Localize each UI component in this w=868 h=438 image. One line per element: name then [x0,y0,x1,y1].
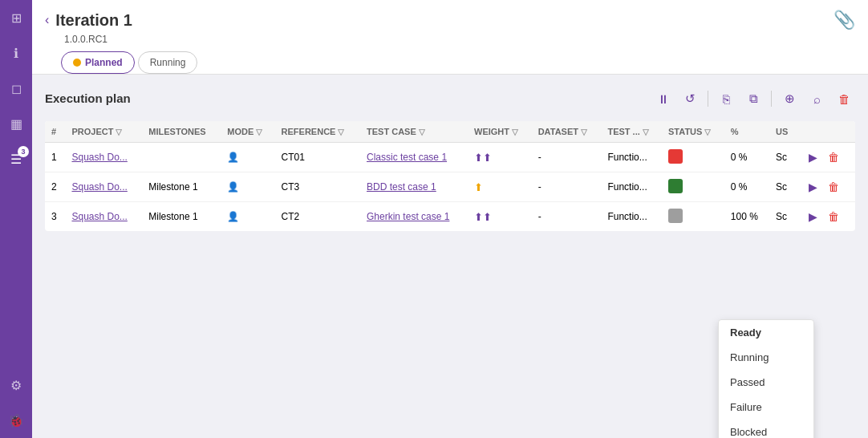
status-option[interactable]: Ready [719,320,813,345]
back-button[interactable]: ‹ [45,13,49,27]
pause-button[interactable]: ⏸ [651,87,674,110]
play-button[interactable]: ▶ [804,208,821,225]
col-us: US [769,121,797,143]
play-button[interactable]: ▶ [804,178,821,196]
grid-icon[interactable]: ⊞ [6,8,26,27]
history-button[interactable]: ↺ [679,87,701,110]
row-percent: 0 % [724,172,769,202]
row-dataset: - [532,143,602,172]
row-actions: ▶ 🗑 [797,202,855,232]
col-reference: REFERENCE ▽ [275,121,360,143]
header: ‹ Iteration 1 📎 1.0.0.RC1 Planned Runnin… [32,0,868,75]
row-status [662,202,724,232]
row-testcase: BDD test case 1 [360,172,468,202]
row-weight: ⬆⬆ [468,202,532,232]
tab-running[interactable]: Running [138,51,198,74]
bug-icon[interactable]: 🐞 [6,411,26,430]
row-reference: CT01 [275,143,360,172]
row-weight: ⬆ [468,172,532,202]
status-badge[interactable] [668,149,683,164]
table-row: 1 Squash Do... 👤 CT01 Classic test case … [45,143,855,172]
page-title: Iteration 1 [55,11,827,30]
testcase-link[interactable]: Gherkin test case 1 [367,211,449,222]
user-cog-icon[interactable]: ⚙ [6,375,26,395]
attach-icon[interactable]: 📎 [834,10,855,30]
add-button[interactable]: ⊕ [778,87,801,110]
chart-icon[interactable]: ▦ [6,114,26,133]
status-option[interactable]: Running [719,345,813,370]
row-status [662,143,724,172]
separator2 [771,91,772,107]
duplicate-button[interactable]: ⧉ [742,87,765,110]
row-milestone [142,143,221,172]
main-area: ‹ Iteration 1 📎 1.0.0.RC1 Planned Runnin… [32,0,868,438]
list-icon[interactable]: ☰ [6,149,26,168]
row-mode: 👤 [221,172,274,202]
row-milestone: Milestone 1 [142,172,221,202]
project-link[interactable]: Squash Do... [71,181,127,193]
col-weight: WEIGHT ▽ [468,121,532,143]
search-button[interactable]: ⌕ [805,87,828,110]
calendar-icon[interactable]: ◻ [6,79,26,98]
row-test-type: Functio... [601,172,662,202]
row-status [662,172,724,202]
col-dataset: DATASET ▽ [532,121,602,143]
col-milestones: MILESTONES [142,121,221,143]
delete-button[interactable]: 🗑 [833,87,855,110]
weight-icon: ⬆ [474,181,483,193]
toolbar: ⏸ ↺ ⎘ ⧉ ⊕ ⌕ 🗑 [651,87,855,110]
row-dataset: - [532,172,602,202]
tabs-row: Planned Running [45,51,855,74]
testcase-link[interactable]: Classic test case 1 [367,152,447,163]
content-area: Execution plan ⏸ ↺ ⎘ ⧉ ⊕ ⌕ 🗑 # PROJECT ▽… [32,75,868,438]
col-testcase: TEST CASE ▽ [360,121,468,143]
row-num: 3 [45,202,65,232]
row-reference: CT3 [275,172,360,202]
col-percent: % [724,121,769,143]
project-link[interactable]: Squash Do... [71,211,127,222]
row-percent: 100 % [724,202,769,232]
status-badge[interactable] [668,209,683,223]
copy-button[interactable]: ⎘ [715,87,737,110]
row-num: 2 [45,172,65,202]
row-delete-button[interactable]: 🗑 [825,178,842,196]
row-project: Squash Do... [65,143,142,172]
row-num: 1 [45,143,65,172]
col-actions [797,121,855,143]
col-mode: MODE ▽ [221,121,274,143]
row-mode: 👤 [221,202,274,232]
status-option[interactable]: Failure [719,395,813,420]
row-weight: ⬆⬆ [468,143,532,172]
row-delete-button[interactable]: 🗑 [825,148,842,166]
row-us: Sc [769,202,797,232]
row-dataset: - [532,202,602,232]
status-badge[interactable] [668,179,683,193]
sidebar: ⊞ ℹ ◻ ▦ ☰ ⚙ 🐞 [0,0,32,438]
row-testcase: Gherkin test case 1 [360,202,468,232]
row-actions: ▶ 🗑 [797,143,855,172]
status-option[interactable]: Blocked [719,420,813,438]
col-project: PROJECT ▽ [65,121,142,143]
info-icon[interactable]: ℹ [6,43,26,63]
row-us: Sc [769,172,797,202]
section-title: Execution plan [45,91,131,105]
tab-planned[interactable]: Planned [61,51,135,74]
execution-plan-table: # PROJECT ▽ MILESTONES MODE ▽ REFERENCE … [45,121,855,231]
status-option[interactable]: Passed [719,370,813,395]
row-project: Squash Do... [65,202,142,232]
row-test-type: Functio... [601,202,662,232]
project-link[interactable]: Squash Do... [71,152,127,163]
row-milestone: Milestone 1 [142,202,221,232]
testcase-link[interactable]: BDD test case 1 [367,181,436,193]
col-num: # [45,121,65,143]
table-row: 3 Squash Do... Milestone 1 👤 CT2 Gherkin… [45,202,855,232]
col-test: TEST ... ▽ [601,121,662,143]
version-label: 1.0.0.RC1 [45,34,855,48]
play-button[interactable]: ▶ [804,148,821,166]
row-us: Sc [769,143,797,172]
row-delete-button[interactable]: 🗑 [825,208,842,225]
row-percent: 0 % [724,143,769,172]
status-dropdown: ReadyRunningPassedFailureBlockedUntestab… [718,319,814,438]
separator [708,91,708,107]
weight-icon: ⬆⬆ [474,152,492,164]
